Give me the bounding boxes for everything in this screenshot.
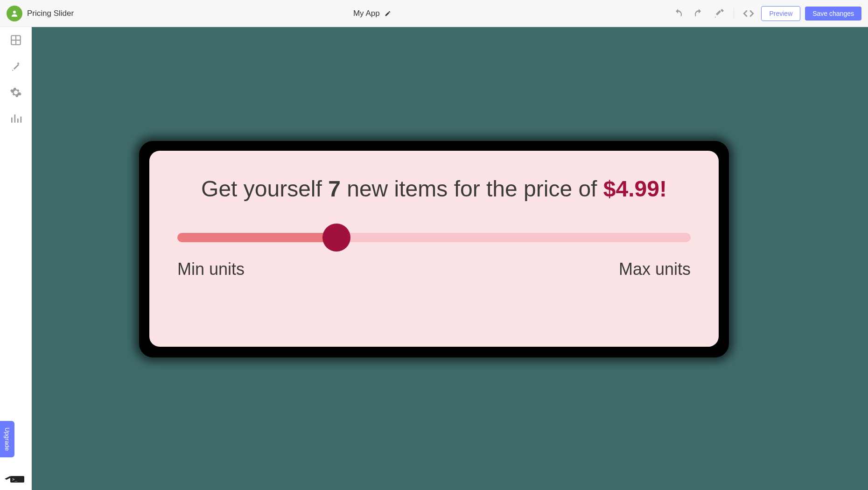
svg-point-0: [13, 11, 16, 14]
undo-icon: [672, 8, 684, 19]
svg-text:>_: >_: [12, 477, 17, 482]
item-count: 7: [328, 176, 341, 201]
pricing-card[interactable]: Get yourself 7 new items for the price o…: [149, 151, 719, 347]
code-icon: [742, 7, 755, 20]
avatar-icon: [10, 9, 19, 18]
slider-fill: [177, 233, 336, 242]
sidebar-tools-button[interactable]: [9, 60, 22, 73]
code-button[interactable]: [741, 6, 756, 21]
avatar[interactable]: [7, 6, 22, 21]
header-left: Pricing Slider: [7, 6, 74, 21]
divider: [734, 8, 734, 19]
redo-button[interactable]: [691, 6, 707, 21]
save-button[interactable]: Save changes: [805, 7, 861, 21]
undo-button[interactable]: [670, 6, 686, 21]
top-header: Pricing Slider My App Preview Save chang…: [0, 0, 868, 27]
pencil-icon[interactable]: [385, 10, 391, 17]
min-units-label: Min units: [177, 259, 245, 279]
headline-mid: new items for the price of: [341, 176, 603, 201]
slider-thumb[interactable]: [322, 224, 350, 252]
price-value: $4.99!: [603, 176, 667, 201]
gear-icon: [10, 86, 22, 98]
chart-icon: [10, 112, 22, 125]
units-slider[interactable]: [177, 226, 691, 249]
wand-icon: [10, 61, 21, 72]
sidebar-grid-button[interactable]: [9, 34, 22, 47]
redo-icon: [693, 8, 704, 19]
canvas-area[interactable]: Get yourself 7 new items for the price o…: [32, 27, 868, 490]
console-button[interactable]: >_: [4, 470, 25, 483]
hammer-icon: [714, 8, 725, 19]
header-center: My App: [353, 9, 391, 18]
upgrade-tab[interactable]: Upgrade: [0, 421, 14, 457]
sidebar-analytics-button[interactable]: [9, 112, 22, 125]
project-name: Pricing Slider: [27, 9, 74, 18]
grid-icon: [10, 34, 22, 46]
build-button[interactable]: [711, 6, 727, 21]
app-title[interactable]: My App: [353, 9, 380, 18]
slider-labels: Min units Max units: [177, 259, 691, 279]
preview-button[interactable]: Preview: [761, 6, 800, 21]
terminal-icon: >_: [4, 470, 25, 483]
header-right: Preview Save changes: [670, 6, 861, 21]
pricing-headline: Get yourself 7 new items for the price o…: [177, 174, 691, 204]
max-units-label: Max units: [619, 259, 691, 279]
headline-prefix: Get yourself: [201, 176, 328, 201]
sidebar-settings-button[interactable]: [9, 86, 22, 99]
